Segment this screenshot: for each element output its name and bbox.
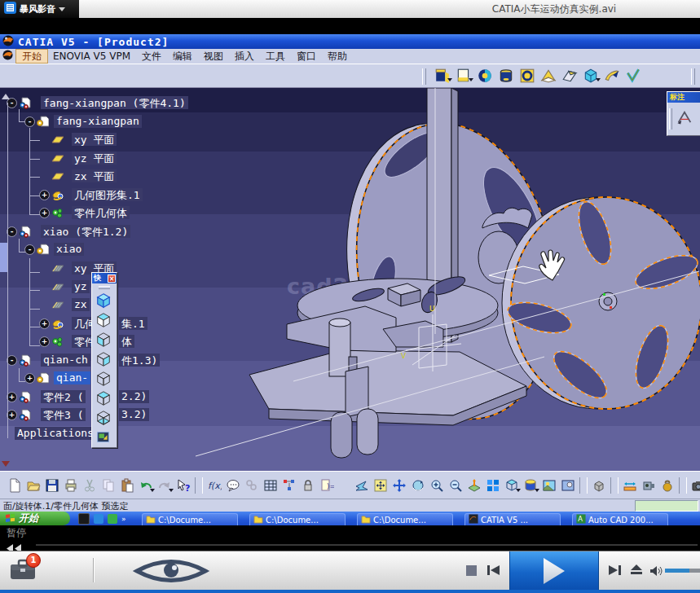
pocket-icon[interactable]: [517, 66, 538, 86]
front-wheel-selected[interactable]: [502, 197, 700, 409]
render-env-2-icon[interactable]: [558, 476, 577, 495]
menu-5[interactable]: 插入: [229, 50, 260, 63]
zoom-out-icon[interactable]: [446, 476, 464, 495]
zoom-in-icon[interactable]: [427, 476, 446, 495]
measure-between-icon[interactable]: [620, 476, 639, 495]
render-style-icon[interactable]: [521, 476, 539, 495]
partgear-icon[interactable]: [36, 115, 49, 128]
camera-icon[interactable]: [689, 476, 700, 495]
plane-icon[interactable]: [51, 169, 64, 182]
menu-7[interactable]: 窗口: [291, 50, 322, 63]
tree-node-label[interactable]: yz 平面: [72, 152, 117, 165]
shading-hidden-edges-icon[interactable]: [92, 330, 115, 349]
quick-launch-icon[interactable]: [78, 513, 90, 525]
player-logo-menu[interactable]: 暴风影音: [0, 0, 79, 18]
pan-icon[interactable]: [390, 476, 408, 495]
rotate-icon[interactable]: [408, 476, 427, 495]
tree-node-label[interactable]: 零件2 (: [41, 390, 86, 403]
toolbar-grip[interactable]: [669, 108, 672, 130]
eject-button[interactable]: [630, 564, 643, 579]
menu-start[interactable]: 开始: [16, 50, 47, 63]
analysis-icon[interactable]: [623, 66, 644, 86]
measure-item-icon[interactable]: [639, 476, 658, 495]
iso-view-icon[interactable]: [502, 476, 521, 495]
play-button[interactable]: [509, 551, 599, 590]
lefteye-button[interactable]: [132, 559, 210, 586]
print-icon[interactable]: [61, 476, 80, 495]
menu-8[interactable]: 帮助: [322, 50, 353, 63]
tree-node-label[interactable]: fang-xiangpan (零件4.1): [41, 96, 188, 109]
graph-tree-icon[interactable]: [280, 476, 298, 495]
pad-icon[interactable]: [495, 66, 517, 86]
redo-icon[interactable]: [155, 476, 174, 495]
viewport-3d[interactable]: cad268.com: [0, 88, 700, 471]
expand-icon[interactable]: +: [39, 208, 50, 218]
tree-node-label[interactable]: qian-ch: [41, 354, 90, 367]
lock-icon[interactable]: [298, 476, 317, 495]
fly-mode-icon[interactable]: [352, 476, 371, 495]
taskbar-button[interactable]: C:\Docume...: [357, 513, 453, 525]
taskbar-button[interactable]: AAuto CAD 200...: [572, 513, 668, 525]
previous-button[interactable]: [486, 564, 500, 580]
normal-view-icon[interactable]: [464, 476, 483, 495]
tree-scroll-down-icon[interactable]: [2, 461, 10, 471]
partgear-icon[interactable]: [36, 371, 49, 384]
tree-node-label[interactable]: xy 平面: [72, 133, 117, 146]
plane-h-icon[interactable]: [51, 280, 64, 293]
drawing-icon[interactable]: [453, 66, 474, 86]
geoset-icon[interactable]: [51, 317, 64, 330]
power-input-field[interactable]: [635, 500, 698, 512]
menu-4[interactable]: 视图: [198, 50, 229, 63]
printer-3d-icon[interactable]: [589, 476, 608, 495]
menu-3[interactable]: 编辑: [167, 50, 198, 63]
toolbar-grip[interactable]: [422, 68, 426, 85]
collapse-icon[interactable]: -: [24, 244, 35, 255]
tree-node-label[interactable]: zx 平面: [72, 169, 117, 182]
tree-node-label-cont[interactable]: 2.2): [119, 390, 149, 403]
tree-scroll-up-icon[interactable]: [2, 90, 10, 99]
part-icon[interactable]: [18, 390, 31, 403]
surface-icon[interactable]: [559, 66, 580, 86]
paste-icon[interactable]: [117, 476, 136, 495]
plane-h-icon[interactable]: [51, 298, 64, 311]
tree-node-label[interactable]: qian-: [54, 371, 90, 384]
tree-node-label[interactable]: yz: [72, 280, 90, 293]
plane-icon[interactable]: [51, 152, 64, 165]
geoset-icon[interactable]: [51, 188, 64, 201]
expand-icon[interactable]: +: [39, 336, 50, 347]
taskbar-button[interactable]: C:\Docume...: [249, 513, 346, 525]
tree-node-label[interactable]: fang-xiangpan: [54, 115, 142, 128]
save-icon[interactable]: [42, 476, 61, 495]
part-icon[interactable]: [18, 225, 31, 238]
formula-icon[interactable]: f(x): [205, 476, 223, 495]
text-annotation-icon[interactable]: [676, 108, 693, 130]
plane-icon[interactable]: [51, 133, 64, 146]
toolbar-grip[interactable]: [99, 286, 110, 289]
close-icon[interactable]: ×: [108, 275, 116, 283]
quick-launch-icon[interactable]: [108, 514, 117, 524]
tree-node-label-cont[interactable]: 体: [119, 335, 134, 348]
shading-edges-icon[interactable]: [92, 310, 115, 330]
quick-launch-icon[interactable]: [94, 514, 103, 524]
customize-view-icon[interactable]: [92, 428, 115, 447]
tree-node-label-cont[interactable]: 集.1: [119, 317, 147, 330]
stop-button[interactable]: [466, 565, 477, 576]
expand-icon[interactable]: +: [39, 190, 50, 200]
toolbar-grip[interactable]: [691, 68, 695, 85]
chat-icon[interactable]: [223, 476, 242, 495]
next-button[interactable]: [608, 564, 622, 580]
assembly-icon[interactable]: [580, 66, 601, 86]
whats-this-icon[interactable]: ?: [174, 476, 192, 495]
multi-view-icon[interactable]: [483, 476, 502, 495]
grid-icon[interactable]: [261, 476, 280, 495]
wireframe-icon[interactable]: [92, 369, 115, 389]
start-button[interactable]: 开始: [0, 512, 70, 525]
wireframe-bottom-icon[interactable]: [92, 408, 115, 428]
wedge-icon[interactable]: [538, 66, 559, 86]
progress-bar[interactable]: [36, 544, 698, 546]
cut-icon[interactable]: [80, 476, 99, 495]
undo-icon[interactable]: [136, 476, 155, 495]
expand-icon[interactable]: +: [39, 318, 50, 329]
tree-node-label[interactable]: xiao: [54, 243, 84, 256]
freestyle-icon[interactable]: [601, 66, 623, 86]
